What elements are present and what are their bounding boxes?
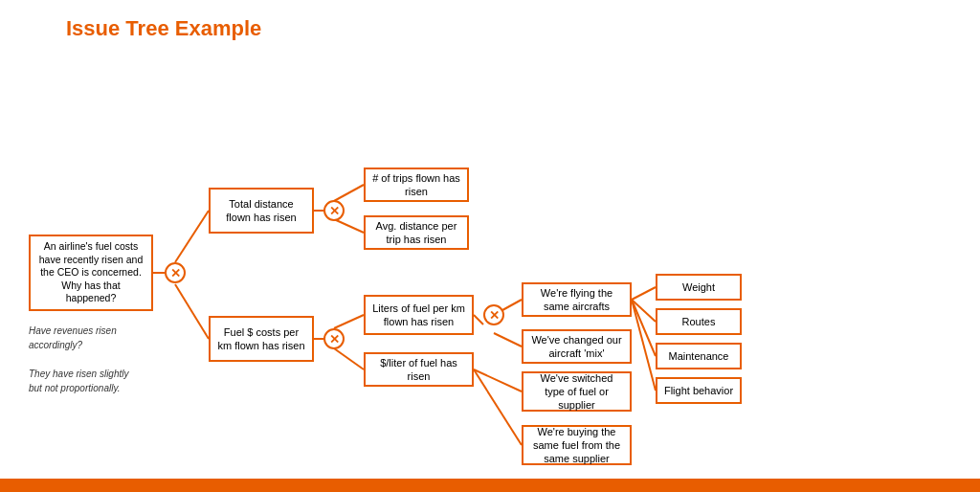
root-node: An airline's fuel costs have recently ri… [29,235,153,311]
page-title: Issue Tree Example [66,16,261,41]
svg-line-4 [334,185,364,201]
changed-mix-node: We've changed our aircraft 'mix' [522,329,632,364]
top-xcircle: ✕ [323,200,345,221]
svg-line-17 [632,300,656,391]
total-distance-node: Total distance flown has risen [209,188,314,234]
root-xcircle: ✕ [165,262,186,283]
same-aircraft-node: We're flying the same aircrafts [522,282,632,317]
maintenance-node: Maintenance [656,343,742,369]
dollar-liter-node: $/liter of fuel has risen [364,352,474,387]
svg-line-2 [175,284,209,339]
svg-line-13 [474,369,522,445]
svg-line-12 [474,369,522,391]
avg-distance-node: Avg. distance per trip has risen [364,215,469,250]
trips-node: # of trips flown has risen [364,168,469,202]
svg-line-8 [334,348,364,369]
same-fuel-node: We're buying the same fuel from the same… [522,425,632,465]
svg-line-7 [334,315,364,328]
diagram-area: An airline's fuel costs have recently ri… [0,86,980,492]
routes-node: Routes [656,308,742,335]
fuel-costs-node: Fuel $ costs per km flown has risen [209,316,314,362]
svg-line-11 [494,333,522,347]
bottom-bar [0,479,980,492]
note-text: Have revenues risen accordingly? They ha… [29,324,129,395]
svg-line-14 [632,287,656,300]
weight-node: Weight [656,274,742,301]
svg-line-15 [632,300,656,322]
svg-line-16 [632,300,656,356]
svg-line-1 [175,211,209,262]
svg-line-9 [474,315,483,324]
bottom-xcircle: ✕ [323,328,345,349]
flight-behavior-node: Flight behavior [656,377,742,404]
liters-node: Liters of fuel per km flown has risen [364,295,474,335]
liters-xcircle: ✕ [483,304,504,325]
svg-line-5 [334,219,364,233]
switched-fuel-node: We've switched type of fuel or supplier [522,371,632,412]
